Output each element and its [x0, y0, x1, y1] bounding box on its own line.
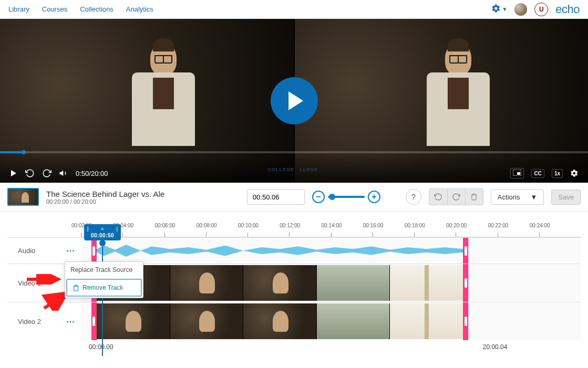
nav-library[interactable]: Library [8, 5, 29, 13]
track-context-menu: Replace Track Source Remove Track [65, 261, 143, 298]
rewind-icon[interactable] [25, 169, 35, 178]
forward-icon[interactable] [42, 169, 51, 178]
svg-marker-1 [60, 171, 64, 176]
track-content-video2[interactable] [81, 302, 581, 340]
volume-icon[interactable] [59, 169, 68, 178]
zoom-out-button[interactable]: − [312, 191, 325, 203]
redo-button[interactable] [447, 189, 465, 205]
clip-handle-left[interactable] [92, 317, 95, 326]
time-ruler[interactable]: 00:02:00 00:04:00 00:06:00 00:08:00 00:1… [81, 224, 581, 237]
nav-collections[interactable]: Collections [80, 5, 114, 13]
history-group [429, 188, 483, 205]
track-menu-audio[interactable]: ⋯ [60, 238, 81, 264]
annotation-arrow-1 [26, 274, 63, 285]
speed-button[interactable]: 1x [552, 169, 563, 178]
remove-track[interactable]: Remove Track [66, 279, 142, 297]
nav-courses[interactable]: Courses [42, 5, 67, 13]
video2-clip[interactable] [91, 302, 468, 340]
audio-clip[interactable] [91, 238, 468, 264]
media-title: The Science Behind Lager vs. Ale [46, 190, 164, 198]
pip-icon[interactable] [510, 168, 524, 178]
duration-display: 00:20:00 / 00:20:00 [46, 198, 164, 205]
zoom-controls: − + [312, 191, 380, 203]
settings-cog-icon[interactable] [570, 169, 579, 177]
delete-button[interactable] [465, 189, 483, 205]
progress-bar[interactable] [0, 151, 588, 153]
player-controls: 0:50/20:00 CC 1x [0, 151, 588, 183]
caret-down-icon: ▼ [502, 6, 507, 12]
clip-start-time: 00:00.00 [89, 343, 114, 351]
clip-handle-right[interactable] [465, 246, 467, 256]
replace-track-source[interactable]: Replace Track Source [65, 262, 143, 278]
brand-logo: echo [555, 3, 580, 16]
help-button[interactable]: ? [406, 189, 421, 205]
play-small-icon[interactable] [9, 169, 18, 177]
timeline-footer: 00:00.00 20:00.04 [89, 343, 581, 351]
track-content-video1[interactable] [81, 264, 581, 302]
institution-logo[interactable] [534, 3, 548, 16]
trash-icon [73, 285, 79, 291]
cc-button[interactable]: CC [531, 169, 544, 178]
svg-line-7 [44, 293, 67, 308]
settings-dropdown[interactable]: ▼ [491, 4, 507, 15]
playhead-indicator[interactable]: [·≡·] 00:00:50 [84, 224, 121, 240]
playhead-time: 00:00:50 [87, 233, 118, 238]
track-audio: Audio ⋯ [7, 237, 581, 264]
user-avatar[interactable] [514, 3, 527, 16]
waveform [97, 242, 463, 259]
clip-handle-right[interactable] [465, 317, 467, 326]
track-video2: Video 2 ⋯ [7, 302, 581, 340]
media-thumbnail[interactable] [7, 188, 39, 206]
nav-links: Library Courses Collections Analytics [8, 5, 153, 13]
time-display: 0:50/20:00 [76, 170, 108, 177]
timeline: [·≡·] 00:00:50 00:02:00 00:04:00 00:06:0… [0, 224, 588, 361]
gear-icon [491, 4, 501, 15]
nav-analytics[interactable]: Analytics [126, 5, 153, 13]
undo-button[interactable] [429, 189, 447, 205]
svg-marker-0 [11, 170, 16, 176]
track-label-audio: Audio [7, 238, 60, 264]
save-button[interactable]: Save [551, 190, 581, 205]
clip-end-time: 20:00.04 [483, 343, 508, 351]
zoom-slider[interactable] [328, 196, 365, 198]
clip-handle-left[interactable] [92, 246, 95, 256]
play-icon [288, 91, 303, 110]
video1-clip[interactable] [91, 264, 468, 302]
play-button[interactable] [271, 77, 318, 124]
video-player: LLEGE COLLEGE 0:50/20:00 CC 1x [0, 19, 588, 183]
clip-handle-right[interactable] [465, 278, 467, 288]
timecode-input[interactable] [247, 190, 305, 205]
editor-toolbar: The Science Behind Lager vs. Ale 00:20:0… [0, 183, 588, 212]
zoom-in-button[interactable]: + [368, 191, 380, 203]
actions-dropdown[interactable]: Actions▼ [491, 190, 544, 205]
caret-down-icon: ▼ [530, 193, 537, 201]
track-content-audio[interactable] [81, 238, 581, 264]
svg-rect-3 [517, 172, 520, 175]
top-nav: Library Courses Collections Analytics ▼ … [0, 0, 588, 19]
